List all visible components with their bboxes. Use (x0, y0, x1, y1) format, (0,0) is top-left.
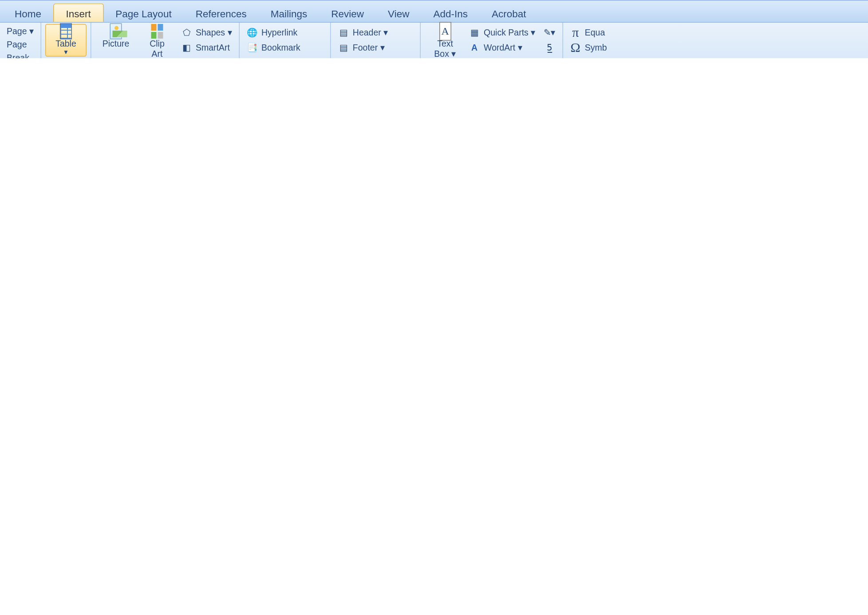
object-icon: ▣▾ (544, 57, 556, 59)
tab-acrobat[interactable]: Acrobat (480, 4, 538, 22)
footer-button[interactable]: ▤Footer ▾ (335, 41, 416, 54)
tab-insert[interactable]: Insert (53, 4, 103, 22)
signature-icon: ✎▾ (544, 26, 556, 38)
tab-mailings[interactable]: Mailings (259, 4, 320, 22)
ribbon-tabs: Home Insert Page Layout References Maili… (0, 0, 868, 23)
group-links: 🌐Hyperlink 📑Bookmark 🔖Cross-reference Li… (240, 23, 331, 58)
group-symbols: πEqua ΩSymb Symb (563, 23, 613, 58)
page-number-icon: # (337, 57, 349, 59)
tab-add-ins[interactable]: Add-Ins (421, 4, 480, 22)
wordart-button[interactable]: AWordArt ▾ (466, 41, 538, 54)
chevron-down-icon: ▼ (63, 49, 69, 55)
date-icon: 5̲ (544, 41, 556, 53)
bookmark-button[interactable]: 📑Bookmark (244, 41, 326, 54)
equation-icon: π (569, 26, 581, 38)
clip-art-button[interactable]: Clip Art (136, 24, 178, 58)
text-box-button[interactable]: A Text Box ▾ (425, 24, 466, 58)
drop-cap-button[interactable]: A≡Drop Cap ▾ (466, 56, 538, 58)
header-icon: ▤ (337, 26, 349, 38)
tab-page-layout[interactable]: Page Layout (103, 4, 183, 22)
tab-view[interactable]: View (376, 4, 421, 22)
quick-parts-icon: ▦ (469, 26, 481, 38)
chart-icon: 📊 (180, 57, 192, 59)
symbol-button[interactable]: ΩSymb (567, 41, 609, 54)
ribbon: Page ▾ Page Break es Table ▼ Picture Cli… (0, 23, 868, 58)
header-button[interactable]: ▤Header ▾ (335, 25, 416, 39)
text-box-icon: A (439, 25, 451, 37)
smartart-icon: ◧ (180, 41, 192, 53)
group-pages: Page ▾ Page Break es (0, 23, 41, 58)
group-tables: Table ▼ (41, 23, 91, 58)
tab-home[interactable]: Home (3, 4, 53, 22)
symbol-icon: Ω (569, 41, 581, 53)
cross-reference-button[interactable]: 🔖Cross-reference (244, 56, 326, 58)
drop-cap-icon: A≡ (469, 57, 481, 59)
shapes-icon: ⬠ (180, 26, 192, 38)
shapes-button[interactable]: ⬠Shapes ▾ (178, 25, 235, 39)
wordart-icon: A (469, 41, 481, 53)
clip-art-icon (151, 25, 163, 37)
date-time-button[interactable]: 5̲ (541, 41, 558, 54)
table-button-label: Table (55, 39, 76, 49)
group-text: A Text Box ▾ ▦Quick Parts ▾ AWordArt ▾ A… (421, 23, 563, 58)
bookmark-icon: 📑 (246, 41, 258, 53)
picture-icon (110, 25, 122, 37)
hyperlink-icon: 🌐 (246, 26, 258, 38)
object-button[interactable]: ▣▾ (541, 56, 558, 58)
chart-button[interactable]: 📊Chart (178, 56, 235, 58)
table-icon (60, 25, 72, 37)
equation-button[interactable]: πEqua (567, 25, 609, 39)
group-header-footer: ▤Header ▾ ▤Footer ▾ #Page Number ▾ Heade… (331, 23, 420, 58)
blank-page-button[interactable]: Page (4, 39, 30, 50)
page-number-button[interactable]: #Page Number ▾ (335, 56, 416, 58)
signature-line-button[interactable]: ✎▾ (541, 25, 558, 39)
quick-parts-button[interactable]: ▦Quick Parts ▾ (466, 25, 538, 39)
table-button[interactable]: Table ▼ (45, 24, 87, 57)
page-break-button[interactable]: Break (4, 52, 32, 58)
footer-icon: ▤ (337, 41, 349, 53)
smartart-button[interactable]: ◧SmartArt (178, 41, 235, 54)
group-illustrations: Picture Clip Art ⬠Shapes ▾ ◧SmartArt 📊Ch… (91, 23, 239, 58)
tab-references[interactable]: References (184, 4, 259, 22)
picture-button[interactable]: Picture (95, 24, 136, 50)
cover-page-button[interactable]: Page ▾ (4, 25, 36, 37)
tab-review[interactable]: Review (319, 4, 376, 22)
cross-ref-icon: 🔖 (246, 57, 258, 59)
hyperlink-button[interactable]: 🌐Hyperlink (244, 25, 326, 39)
